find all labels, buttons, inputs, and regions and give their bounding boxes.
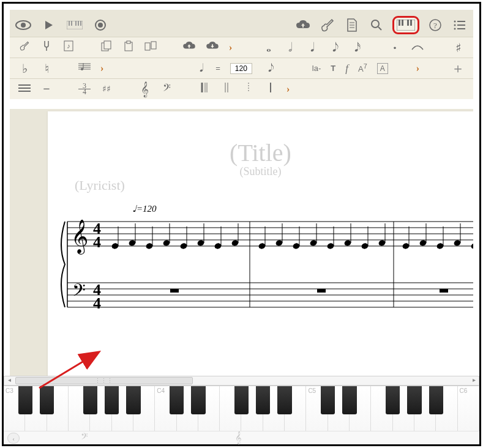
tempo-eighth-icon[interactable]: 𝅘𝅥𝅮 <box>262 62 274 75</box>
score-page[interactable]: (Title) (Subtitle) (Lyricist) ♩=120 <box>48 111 473 383</box>
copy-icon[interactable] <box>100 40 113 54</box>
main-toolbar: ? <box>10 13 473 37</box>
black-key[interactable] <box>18 386 32 414</box>
scroll-right-icon[interactable]: ▸ <box>469 376 479 385</box>
help-icon[interactable]: ? <box>427 17 444 34</box>
rehearsal-mark-button[interactable]: A <box>377 63 388 74</box>
tempo-input[interactable] <box>230 63 252 74</box>
barline-2-icon[interactable] <box>220 82 233 96</box>
svg-rect-20 <box>410 20 412 26</box>
svg-point-94 <box>310 240 317 247</box>
black-key[interactable] <box>105 386 119 414</box>
flat-icon[interactable]: ♭ <box>18 61 31 76</box>
guitar-small-icon[interactable] <box>18 41 31 54</box>
svg-point-96 <box>327 243 334 250</box>
svg-text:♪: ♪ <box>67 42 70 50</box>
svg-text:𝄞: 𝄞 <box>71 219 88 255</box>
expand-1-icon[interactable]: › <box>229 42 232 53</box>
document-icon[interactable] <box>343 17 361 34</box>
horizontal-scrollbar[interactable]: ◂ ⋮⋮⋮ ▸ <box>4 376 479 386</box>
black-key[interactable] <box>321 386 335 414</box>
grand-staff[interactable]: 𝄞 𝄢 4 4 4 4 <box>54 215 473 319</box>
svg-point-78 <box>163 240 170 247</box>
svg-point-88 <box>258 243 266 250</box>
menu-icon[interactable] <box>18 83 31 95</box>
svg-line-15 <box>378 27 381 30</box>
svg-point-72 <box>111 243 119 250</box>
piano-keyboard[interactable]: C3C4C5C6 <box>4 386 479 431</box>
sharp-icon[interactable]: ♯ <box>452 40 465 55</box>
svg-point-110 <box>454 240 461 247</box>
collapse-button[interactable]: ‹ <box>7 433 20 444</box>
score-title[interactable]: (Title) <box>230 138 291 167</box>
score-subtitle[interactable]: (Subtitle) <box>240 165 282 178</box>
list-icon[interactable] <box>451 17 468 34</box>
black-key[interactable] <box>126 386 140 414</box>
pages-icon[interactable] <box>144 41 157 54</box>
natural-icon[interactable]: ♮ <box>40 61 53 76</box>
play-icon[interactable] <box>40 17 58 34</box>
svg-point-74 <box>129 240 136 247</box>
black-key[interactable] <box>407 386 421 414</box>
zoom-icon[interactable] <box>368 17 385 34</box>
sixteenth-note-icon[interactable]: 𝅘𝅥𝅯 <box>348 40 361 54</box>
score-doc-icon[interactable]: ♪ <box>62 40 75 54</box>
black-key[interactable] <box>83 386 97 414</box>
svg-point-86 <box>231 240 239 247</box>
tempo-marking[interactable]: ♩=120 <box>132 203 157 214</box>
score-viewport[interactable]: (Title) (Subtitle) (Lyricist) ♩=120 <box>10 109 473 383</box>
treble-mini-icon[interactable]: 𝄞 <box>235 431 242 444</box>
notation-toolbar-1: ♪ › 𝅝 𝅗𝅥 𝅘𝅥 𝅘𝅥𝅮 <box>10 37 473 58</box>
whole-note-icon[interactable]: 𝅝 <box>260 40 272 54</box>
barline-1-icon[interactable] <box>198 82 211 96</box>
piano-toggle-button[interactable] <box>392 16 419 34</box>
score-lyricist[interactable]: (Lyricist) <box>75 177 125 193</box>
svg-point-106 <box>419 240 427 247</box>
piano-small-icon[interactable] <box>66 17 83 34</box>
svg-point-27 <box>454 28 456 30</box>
black-key[interactable] <box>256 386 270 414</box>
guitar-icon[interactable] <box>319 17 336 34</box>
cloud-upload-icon[interactable] <box>294 17 312 34</box>
black-key[interactable] <box>234 386 249 414</box>
tie-icon[interactable] <box>411 41 424 54</box>
expand-3-icon[interactable]: › <box>416 63 419 74</box>
svg-rect-114 <box>170 289 179 293</box>
key-sig-icon[interactable]: ♯♯ <box>100 84 113 94</box>
half-note-icon[interactable]: 𝅗𝅥 <box>282 40 294 54</box>
black-key[interactable] <box>386 386 400 414</box>
lyric-button[interactable]: la- <box>312 64 321 73</box>
cloud-down-icon[interactable] <box>206 41 219 54</box>
record-icon[interactable] <box>92 17 109 34</box>
barline-4-icon[interactable] <box>264 82 277 96</box>
add-button[interactable]: ＋ <box>451 59 465 78</box>
dynamics-button[interactable]: f <box>345 62 348 75</box>
stave-tool-icon[interactable] <box>78 62 91 75</box>
text-button[interactable]: T <box>331 64 335 73</box>
chord-button[interactable]: A7 <box>358 62 367 73</box>
scroll-left-icon[interactable]: ◂ <box>4 376 14 385</box>
scroll-thumb[interactable]: ⋮⋮⋮ <box>15 377 193 384</box>
expand-4-icon[interactable]: › <box>286 84 290 95</box>
quarter-note-icon[interactable]: 𝅘𝅥 <box>304 40 316 54</box>
bass-mini-icon[interactable]: 𝄢 <box>81 431 88 444</box>
black-key[interactable] <box>277 386 291 414</box>
dot-icon[interactable]: · <box>389 40 401 56</box>
black-key[interactable] <box>40 386 54 414</box>
bass-clef-icon[interactable]: 𝄢 <box>160 82 173 96</box>
time-sig-34-icon[interactable]: 34 <box>78 83 91 95</box>
minus-icon[interactable]: − <box>40 82 53 96</box>
tuning-fork-icon[interactable] <box>40 40 53 54</box>
black-key[interactable] <box>170 386 184 414</box>
black-key[interactable] <box>191 386 205 414</box>
barline-3-icon[interactable] <box>242 82 255 96</box>
black-key[interactable] <box>342 386 356 414</box>
logo-eye-icon[interactable] <box>15 17 32 34</box>
treble-clef-icon[interactable]: 𝄞 <box>138 81 151 97</box>
black-key[interactable] <box>429 386 443 414</box>
eighth-note-icon[interactable]: 𝅘𝅥𝅮 <box>326 40 339 54</box>
paste-icon[interactable] <box>122 40 135 54</box>
svg-rect-18 <box>402 20 403 26</box>
expand-2-icon[interactable]: › <box>100 63 103 74</box>
cloud-up-small-icon[interactable] <box>182 41 196 54</box>
